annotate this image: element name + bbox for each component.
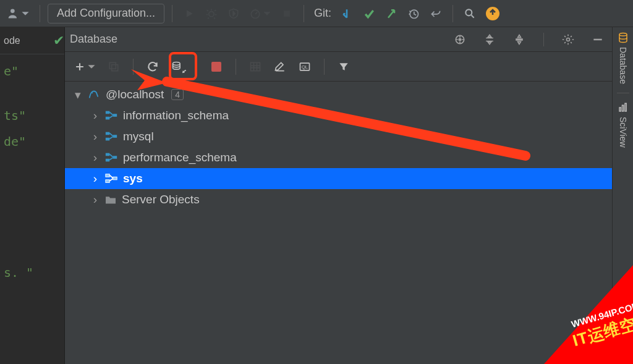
server-objects-label: Server Objects — [122, 193, 200, 206]
scroll-from-source-button[interactable] — [451, 30, 469, 49]
data-source-properties-button[interactable] — [168, 57, 187, 76]
code-line: de" — [0, 129, 64, 154]
right-tool-rail: Database SciView — [612, 27, 633, 364]
svg-rect-18 — [106, 117, 109, 120]
table-editor-button[interactable] — [246, 57, 265, 76]
git-history-button[interactable] — [404, 4, 423, 23]
separator — [133, 59, 134, 75]
code-line: e" — [0, 58, 64, 84]
database-panel-title: Database — [70, 33, 117, 46]
main-toolbar: Add Configuration... Git: — [0, 0, 633, 27]
database-tree[interactable]: ▾ @localhost 4 › information_schema › my… — [65, 82, 612, 364]
svg-line-35 — [109, 176, 113, 179]
code-line: ts" — [0, 103, 64, 129]
editor-tab-row: ode ✔ — [0, 27, 64, 54]
duplicate-datasource-button[interactable] — [104, 57, 123, 76]
chevron-right-icon[interactable]: › — [91, 172, 100, 185]
svg-point-37 — [619, 33, 627, 36]
stop-button[interactable] — [278, 4, 296, 23]
svg-rect-28 — [106, 159, 109, 162]
debug-button[interactable] — [202, 4, 221, 23]
sciview-icon — [618, 102, 629, 113]
chevron-right-icon[interactable]: › — [91, 193, 100, 206]
add-config-label: Add Configuration... — [57, 7, 155, 20]
schema-node[interactable]: › mysql — [65, 126, 612, 147]
svg-line-25 — [109, 133, 113, 137]
chevron-down-icon[interactable]: ▾ — [74, 88, 82, 102]
schema-icon — [104, 109, 118, 122]
git-rollback-button[interactable] — [427, 4, 445, 23]
svg-rect-39 — [622, 105, 623, 111]
svg-line-20 — [109, 112, 113, 116]
svg-rect-38 — [619, 108, 621, 111]
separator — [197, 59, 197, 75]
svg-rect-22 — [106, 132, 109, 135]
deactivate-button[interactable] — [207, 57, 226, 76]
search-everywhere-button[interactable] — [461, 4, 479, 23]
user-menu-button[interactable] — [5, 4, 32, 23]
schema-count-badge: 4 — [171, 89, 184, 100]
ide-update-button[interactable] — [483, 4, 503, 23]
refresh-button[interactable] — [143, 57, 162, 76]
schema-node-selected[interactable]: › sys — [65, 168, 612, 189]
svg-point-12 — [173, 62, 181, 65]
svg-rect-10 — [112, 64, 118, 70]
svg-rect-32 — [106, 174, 109, 177]
chevron-right-icon[interactable]: › — [91, 130, 100, 143]
right-tab-sciview[interactable]: SciView — [618, 102, 629, 148]
git-update-button[interactable] — [338, 4, 356, 23]
folder-icon — [104, 195, 117, 205]
chevron-right-icon[interactable]: › — [91, 109, 100, 122]
code-line: s. " — [0, 260, 64, 286]
run-coverage-button[interactable] — [224, 4, 243, 23]
svg-point-16 — [91, 92, 93, 93]
separator — [236, 59, 236, 75]
git-push-button[interactable] — [382, 4, 401, 23]
schema-icon — [104, 172, 118, 185]
right-tab-database[interactable]: Database — [618, 32, 629, 84]
run-button[interactable] — [180, 4, 198, 23]
jump-to-query-console-button[interactable]: QL — [295, 57, 314, 76]
schema-node[interactable]: › performance_schema — [65, 147, 612, 168]
separator — [40, 5, 40, 22]
git-label: Git: — [314, 7, 331, 20]
panel-settings-button[interactable] — [559, 30, 577, 49]
svg-rect-27 — [106, 153, 109, 156]
separator — [617, 93, 629, 93]
edit-data-button[interactable] — [271, 57, 289, 76]
editor-tab-name-fragment[interactable]: ode — [4, 35, 20, 46]
inspection-ok-icon[interactable]: ✔ — [53, 33, 64, 49]
schema-icon — [104, 130, 118, 143]
datasource-node[interactable]: ▾ @localhost 4 — [65, 84, 612, 105]
git-commit-button[interactable] — [360, 4, 378, 23]
schema-label: performance_schema — [123, 151, 237, 164]
profile-button[interactable] — [247, 4, 274, 23]
svg-point-0 — [11, 9, 15, 13]
run-configuration-selector[interactable]: Add Configuration... — [48, 4, 164, 23]
filter-button[interactable] — [334, 57, 353, 76]
database-panel-header: Database — [65, 27, 612, 52]
schema-icon — [104, 151, 118, 164]
svg-rect-23 — [106, 138, 109, 141]
collapse-all-button[interactable] — [510, 30, 529, 49]
schema-label: sys — [123, 172, 143, 185]
schema-node[interactable]: › information_schema — [65, 105, 612, 126]
expand-all-button[interactable] — [480, 30, 499, 49]
svg-rect-33 — [106, 180, 109, 183]
svg-rect-24 — [113, 135, 117, 138]
chevron-right-icon[interactable]: › — [91, 151, 100, 164]
svg-point-1 — [209, 11, 214, 16]
new-datasource-button[interactable] — [71, 57, 98, 76]
svg-rect-17 — [106, 111, 109, 114]
server-objects-node[interactable]: › Server Objects — [65, 189, 612, 210]
svg-rect-19 — [113, 114, 117, 117]
svg-point-9 — [567, 38, 570, 41]
svg-rect-13 — [251, 62, 260, 70]
editor-area-fragment: ode ✔ e" ts" de" s. " — [0, 27, 65, 364]
svg-rect-34 — [113, 177, 117, 180]
code-fragment: e" ts" de" s. " — [0, 54, 64, 286]
schema-label: information_schema — [123, 109, 229, 122]
svg-line-36 — [109, 179, 113, 181]
hide-panel-button[interactable] — [588, 30, 607, 49]
svg-rect-29 — [113, 156, 117, 159]
